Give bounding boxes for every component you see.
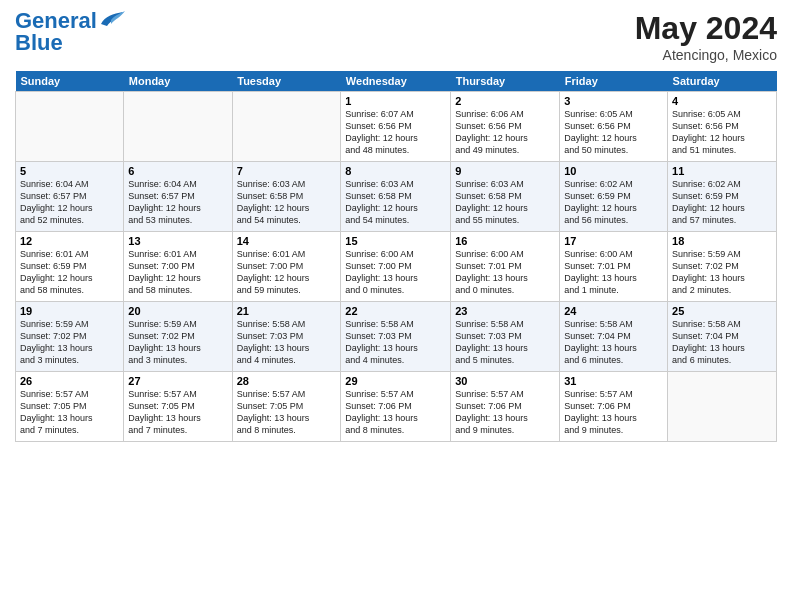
- day-info: Sunrise: 5:59 AM Sunset: 7:02 PM Dayligh…: [672, 248, 772, 297]
- day-number: 13: [128, 235, 227, 247]
- table-row: 4Sunrise: 6:05 AM Sunset: 6:56 PM Daylig…: [668, 92, 777, 162]
- day-info: Sunrise: 6:02 AM Sunset: 6:59 PM Dayligh…: [672, 178, 772, 227]
- day-info: Sunrise: 6:03 AM Sunset: 6:58 PM Dayligh…: [345, 178, 446, 227]
- table-row: 26Sunrise: 5:57 AM Sunset: 7:05 PM Dayli…: [16, 372, 124, 442]
- day-number: 24: [564, 305, 663, 317]
- table-row: 16Sunrise: 6:00 AM Sunset: 7:01 PM Dayli…: [451, 232, 560, 302]
- col-tuesday: Tuesday: [232, 71, 341, 92]
- table-row: 23Sunrise: 5:58 AM Sunset: 7:03 PM Dayli…: [451, 302, 560, 372]
- logo-blue: Blue: [15, 32, 63, 54]
- table-row: 30Sunrise: 5:57 AM Sunset: 7:06 PM Dayli…: [451, 372, 560, 442]
- day-info: Sunrise: 5:57 AM Sunset: 7:06 PM Dayligh…: [564, 388, 663, 437]
- table-row: 22Sunrise: 5:58 AM Sunset: 7:03 PM Dayli…: [341, 302, 451, 372]
- month-title: May 2024: [635, 10, 777, 47]
- day-number: 10: [564, 165, 663, 177]
- table-row: 19Sunrise: 5:59 AM Sunset: 7:02 PM Dayli…: [16, 302, 124, 372]
- day-info: Sunrise: 6:01 AM Sunset: 6:59 PM Dayligh…: [20, 248, 119, 297]
- day-info: Sunrise: 5:58 AM Sunset: 7:03 PM Dayligh…: [455, 318, 555, 367]
- calendar-week-row: 5Sunrise: 6:04 AM Sunset: 6:57 PM Daylig…: [16, 162, 777, 232]
- day-number: 19: [20, 305, 119, 317]
- day-info: Sunrise: 6:02 AM Sunset: 6:59 PM Dayligh…: [564, 178, 663, 227]
- day-number: 2: [455, 95, 555, 107]
- table-row: 27Sunrise: 5:57 AM Sunset: 7:05 PM Dayli…: [124, 372, 232, 442]
- day-info: Sunrise: 5:57 AM Sunset: 7:06 PM Dayligh…: [345, 388, 446, 437]
- day-number: 26: [20, 375, 119, 387]
- col-sunday: Sunday: [16, 71, 124, 92]
- col-monday: Monday: [124, 71, 232, 92]
- day-number: 8: [345, 165, 446, 177]
- table-row: 6Sunrise: 6:04 AM Sunset: 6:57 PM Daylig…: [124, 162, 232, 232]
- day-number: 14: [237, 235, 337, 247]
- table-row: 24Sunrise: 5:58 AM Sunset: 7:04 PM Dayli…: [560, 302, 668, 372]
- location: Atencingo, Mexico: [635, 47, 777, 63]
- table-row: 15Sunrise: 6:00 AM Sunset: 7:00 PM Dayli…: [341, 232, 451, 302]
- day-info: Sunrise: 6:06 AM Sunset: 6:56 PM Dayligh…: [455, 108, 555, 157]
- table-row: 17Sunrise: 6:00 AM Sunset: 7:01 PM Dayli…: [560, 232, 668, 302]
- calendar-week-row: 12Sunrise: 6:01 AM Sunset: 6:59 PM Dayli…: [16, 232, 777, 302]
- day-number: 23: [455, 305, 555, 317]
- day-number: 4: [672, 95, 772, 107]
- day-number: 9: [455, 165, 555, 177]
- day-number: 18: [672, 235, 772, 247]
- table-row: 31Sunrise: 5:57 AM Sunset: 7:06 PM Dayli…: [560, 372, 668, 442]
- col-thursday: Thursday: [451, 71, 560, 92]
- day-info: Sunrise: 6:00 AM Sunset: 7:01 PM Dayligh…: [455, 248, 555, 297]
- day-info: Sunrise: 5:57 AM Sunset: 7:05 PM Dayligh…: [237, 388, 337, 437]
- col-wednesday: Wednesday: [341, 71, 451, 92]
- day-number: 3: [564, 95, 663, 107]
- day-info: Sunrise: 6:03 AM Sunset: 6:58 PM Dayligh…: [237, 178, 337, 227]
- day-info: Sunrise: 5:59 AM Sunset: 7:02 PM Dayligh…: [20, 318, 119, 367]
- calendar-week-row: 19Sunrise: 5:59 AM Sunset: 7:02 PM Dayli…: [16, 302, 777, 372]
- day-number: 31: [564, 375, 663, 387]
- day-number: 20: [128, 305, 227, 317]
- day-info: Sunrise: 6:01 AM Sunset: 7:00 PM Dayligh…: [128, 248, 227, 297]
- day-number: 1: [345, 95, 446, 107]
- day-info: Sunrise: 6:05 AM Sunset: 6:56 PM Dayligh…: [564, 108, 663, 157]
- table-row: 11Sunrise: 6:02 AM Sunset: 6:59 PM Dayli…: [668, 162, 777, 232]
- day-number: 5: [20, 165, 119, 177]
- table-row: 21Sunrise: 5:58 AM Sunset: 7:03 PM Dayli…: [232, 302, 341, 372]
- table-row: [16, 92, 124, 162]
- day-info: Sunrise: 5:58 AM Sunset: 7:03 PM Dayligh…: [345, 318, 446, 367]
- table-row: 10Sunrise: 6:02 AM Sunset: 6:59 PM Dayli…: [560, 162, 668, 232]
- table-row: 9Sunrise: 6:03 AM Sunset: 6:58 PM Daylig…: [451, 162, 560, 232]
- day-number: 21: [237, 305, 337, 317]
- table-row: 2Sunrise: 6:06 AM Sunset: 6:56 PM Daylig…: [451, 92, 560, 162]
- table-row: 3Sunrise: 6:05 AM Sunset: 6:56 PM Daylig…: [560, 92, 668, 162]
- day-number: 17: [564, 235, 663, 247]
- logo-general: General: [15, 10, 97, 32]
- table-row: 1Sunrise: 6:07 AM Sunset: 6:56 PM Daylig…: [341, 92, 451, 162]
- table-row: 7Sunrise: 6:03 AM Sunset: 6:58 PM Daylig…: [232, 162, 341, 232]
- table-row: 13Sunrise: 6:01 AM Sunset: 7:00 PM Dayli…: [124, 232, 232, 302]
- day-number: 29: [345, 375, 446, 387]
- day-info: Sunrise: 5:59 AM Sunset: 7:02 PM Dayligh…: [128, 318, 227, 367]
- table-row: [668, 372, 777, 442]
- day-info: Sunrise: 6:00 AM Sunset: 7:00 PM Dayligh…: [345, 248, 446, 297]
- day-number: 11: [672, 165, 772, 177]
- day-number: 6: [128, 165, 227, 177]
- header-row: Sunday Monday Tuesday Wednesday Thursday…: [16, 71, 777, 92]
- day-info: Sunrise: 6:00 AM Sunset: 7:01 PM Dayligh…: [564, 248, 663, 297]
- calendar-week-row: 1Sunrise: 6:07 AM Sunset: 6:56 PM Daylig…: [16, 92, 777, 162]
- day-info: Sunrise: 5:57 AM Sunset: 7:05 PM Dayligh…: [128, 388, 227, 437]
- day-info: Sunrise: 5:57 AM Sunset: 7:05 PM Dayligh…: [20, 388, 119, 437]
- day-number: 25: [672, 305, 772, 317]
- day-info: Sunrise: 6:07 AM Sunset: 6:56 PM Dayligh…: [345, 108, 446, 157]
- day-info: Sunrise: 6:04 AM Sunset: 6:57 PM Dayligh…: [128, 178, 227, 227]
- table-row: [232, 92, 341, 162]
- col-saturday: Saturday: [668, 71, 777, 92]
- table-row: 14Sunrise: 6:01 AM Sunset: 7:00 PM Dayli…: [232, 232, 341, 302]
- header: General Blue May 2024 Atencingo, Mexico: [15, 10, 777, 63]
- day-info: Sunrise: 5:57 AM Sunset: 7:06 PM Dayligh…: [455, 388, 555, 437]
- table-row: 12Sunrise: 6:01 AM Sunset: 6:59 PM Dayli…: [16, 232, 124, 302]
- table-row: 5Sunrise: 6:04 AM Sunset: 6:57 PM Daylig…: [16, 162, 124, 232]
- day-info: Sunrise: 6:01 AM Sunset: 7:00 PM Dayligh…: [237, 248, 337, 297]
- day-info: Sunrise: 5:58 AM Sunset: 7:04 PM Dayligh…: [564, 318, 663, 367]
- calendar-week-row: 26Sunrise: 5:57 AM Sunset: 7:05 PM Dayli…: [16, 372, 777, 442]
- day-number: 16: [455, 235, 555, 247]
- page-container: General Blue May 2024 Atencingo, Mexico …: [0, 0, 792, 447]
- day-number: 28: [237, 375, 337, 387]
- day-number: 7: [237, 165, 337, 177]
- calendar-table: Sunday Monday Tuesday Wednesday Thursday…: [15, 71, 777, 442]
- table-row: 28Sunrise: 5:57 AM Sunset: 7:05 PM Dayli…: [232, 372, 341, 442]
